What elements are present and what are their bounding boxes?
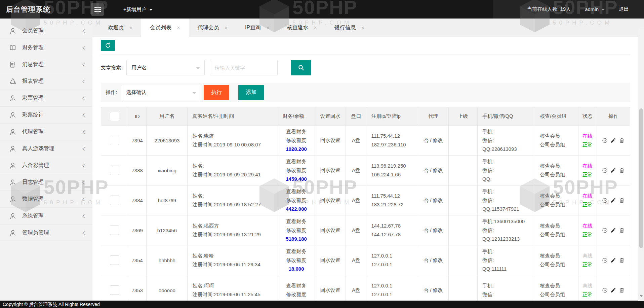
agent-modify-link[interactable]: 否 / 修改 <box>418 197 448 204</box>
add-button[interactable]: 添加 <box>238 85 264 100</box>
edit-icon[interactable] <box>610 287 616 293</box>
status-badge: 在线 <box>579 221 596 230</box>
status-normal: 正常 <box>579 170 596 179</box>
row-checkbox[interactable] <box>110 166 119 175</box>
menu-toggle-button[interactable] <box>91 3 104 16</box>
close-icon[interactable]: × <box>314 25 317 31</box>
view-finance-link[interactable]: 查看财务 <box>278 187 314 196</box>
sidebar-item[interactable]: 消息管理< <box>0 56 92 73</box>
close-icon[interactable]: × <box>266 25 269 31</box>
delete-icon[interactable] <box>619 197 625 203</box>
sidebar-item[interactable]: 会员管理< <box>0 23 92 39</box>
check-member-link[interactable]: 核查会员 <box>540 251 577 260</box>
close-icon[interactable]: × <box>129 25 132 31</box>
check-member-link[interactable]: 核查会员 <box>540 192 577 200</box>
rebate-setting-link[interactable]: 回水设置 <box>315 257 345 264</box>
search-button[interactable] <box>291 60 311 75</box>
sidebar-item[interactable]: 日志管理< <box>0 174 92 191</box>
view-finance-link[interactable]: 查看财务 <box>278 217 314 226</box>
download-icon[interactable] <box>602 137 608 144</box>
edit-quota-link[interactable]: 修改额度 <box>278 136 314 145</box>
check-member-link[interactable]: 核查会员 <box>540 162 577 170</box>
new-user-menu[interactable]: +新增用户 <box>123 0 153 19</box>
check-member-link[interactable]: 核查会员 <box>540 221 577 230</box>
edit-quota-link[interactable]: 修改额度 <box>278 226 314 235</box>
keyword-input[interactable] <box>210 60 278 75</box>
delete-icon[interactable] <box>619 287 625 293</box>
download-icon[interactable] <box>602 287 608 294</box>
delete-icon[interactable] <box>619 137 625 143</box>
rebate-setting-link[interactable]: 回水设置 <box>315 197 345 204</box>
view-finance-link[interactable]: 查看财务 <box>278 247 314 256</box>
view-finance-link[interactable]: 查看财务 <box>278 157 314 166</box>
sidebar-item[interactable]: 系统管理< <box>0 208 92 225</box>
row-checkbox[interactable] <box>110 285 119 295</box>
sidebar-item[interactable]: 报表管理< <box>0 73 92 90</box>
edit-quota-link[interactable]: 修改额度 <box>278 290 314 299</box>
wechat: 微信: <box>482 226 534 235</box>
edit-icon[interactable] <box>610 137 616 143</box>
rebate-setting-link[interactable]: 回水设置 <box>315 167 345 174</box>
select-all-checkbox[interactable] <box>110 112 119 121</box>
logout-button[interactable]: 退出 <box>619 6 629 12</box>
scroll-down-arrow[interactable] <box>640 295 643 297</box>
download-icon[interactable] <box>602 197 608 204</box>
scrollbar-thumb[interactable] <box>639 108 643 248</box>
close-icon[interactable]: × <box>361 25 364 31</box>
edit-icon[interactable] <box>610 167 616 173</box>
edit-icon[interactable] <box>610 257 616 263</box>
agent-modify-link[interactable]: 否 / 修改 <box>418 137 448 144</box>
edit-icon[interactable] <box>610 197 616 203</box>
edit-quota-link[interactable]: 修改额度 <box>278 256 314 265</box>
tab[interactable]: 核查返水× <box>278 19 326 37</box>
cell-finance: 查看财务修改额度1459.400 <box>278 156 315 185</box>
execute-button[interactable]: 执行 <box>204 85 229 100</box>
sidebar-item[interactable]: 彩票管理< <box>0 90 92 107</box>
sidebar-item[interactable]: 六合彩管理< <box>0 157 92 174</box>
row-checkbox[interactable] <box>110 226 119 235</box>
view-finance-link[interactable]: 查看财务 <box>278 127 314 136</box>
check-member-link[interactable]: 核查会员 <box>540 281 577 290</box>
tab[interactable]: IP查询× <box>236 19 278 37</box>
rebate-setting-link[interactable]: 回水设置 <box>315 227 345 234</box>
search-type-select[interactable]: 用户名 <box>126 60 205 75</box>
delete-icon[interactable] <box>619 257 625 263</box>
sidebar-item[interactable]: 数据管理< <box>0 191 92 208</box>
download-icon[interactable] <box>602 257 608 264</box>
tab[interactable]: 会员列表× <box>141 19 189 37</box>
sidebar-item[interactable]: 管理员管理< <box>0 225 92 241</box>
agent-modify-link[interactable]: 否 / 修改 <box>418 287 448 294</box>
sidebar-item[interactable]: 真人游戏管理< <box>0 140 92 157</box>
row-checkbox[interactable] <box>110 196 119 205</box>
close-icon[interactable]: × <box>177 25 180 31</box>
rebate-setting-link[interactable]: 回水设置 <box>315 287 345 294</box>
close-icon[interactable]: × <box>225 25 228 31</box>
edit-icon[interactable] <box>610 227 616 233</box>
tab[interactable]: 银行信息× <box>326 19 373 37</box>
tab[interactable]: 欢迎页× <box>99 19 141 37</box>
reg-time: 注册时间:2019-06-06 11:25:45 <box>192 290 277 299</box>
row-checkbox[interactable] <box>110 255 119 265</box>
download-icon[interactable] <box>602 167 608 174</box>
refresh-button[interactable] <box>101 40 115 51</box>
view-finance-link[interactable]: 查看财务 <box>278 281 314 290</box>
edit-quota-link[interactable]: 修改额度 <box>278 166 314 175</box>
row-checkbox[interactable] <box>110 136 119 145</box>
rebate-setting-link[interactable]: 回水设置 <box>315 137 345 144</box>
delete-icon[interactable] <box>619 167 625 173</box>
sidebar-item[interactable]: 财务管理< <box>0 39 92 56</box>
sidebar-item[interactable]: 彩票统计< <box>0 107 92 124</box>
sidebar-item[interactable]: 代理管理< <box>0 124 92 140</box>
user-menu[interactable]: admin <box>585 6 605 12</box>
agent-modify-link[interactable]: 否 / 修改 <box>418 167 448 174</box>
action-select[interactable]: 选择确认 <box>121 85 201 100</box>
scrollbar[interactable] <box>638 29 644 301</box>
agent-modify-link[interactable]: 否 / 修改 <box>418 227 448 234</box>
sidebar-item-label: 彩票管理 <box>22 95 82 102</box>
tab[interactable]: 代理会员× <box>189 19 236 37</box>
delete-icon[interactable] <box>619 227 625 233</box>
download-icon[interactable] <box>602 227 608 234</box>
check-member-link[interactable]: 核查会员 <box>540 132 577 140</box>
agent-modify-link[interactable]: 否 / 修改 <box>418 257 448 264</box>
edit-quota-link[interactable]: 修改额度 <box>278 196 314 205</box>
